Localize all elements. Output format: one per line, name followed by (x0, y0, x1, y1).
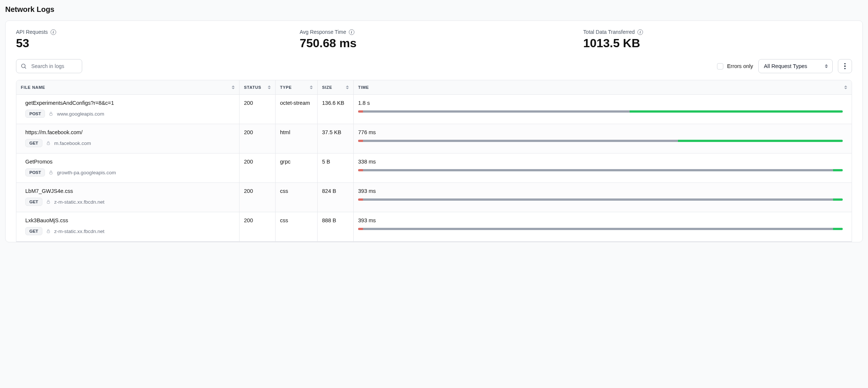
timing-bar (358, 110, 843, 113)
svg-rect-3 (47, 143, 49, 145)
metric-data-transferred: Total Data Transferred i 1013.5 KB (583, 29, 852, 50)
svg-rect-2 (50, 114, 52, 116)
request-host: z-m-static.xx.fbcdn.net (54, 229, 105, 234)
table-row[interactable]: Lxk3BauoMjS.cssGETz-m-static.xx.fbcdn.ne… (16, 212, 852, 242)
metric-label: API Requests (16, 29, 48, 35)
cell-status: 200 (239, 95, 276, 124)
request-filename: Lxk3BauoMjS.css (25, 217, 235, 223)
cell-type: css (276, 212, 318, 241)
timing-bar (358, 169, 843, 171)
request-type-filter[interactable]: All Request Types (758, 59, 833, 73)
cell-filename: https://m.facebook.com/GETm.facebook.com (16, 124, 239, 153)
lock-icon (46, 229, 51, 234)
table-row[interactable]: GetPromosPOSTgrowth-pa.googleapis.com200… (16, 153, 852, 183)
checkbox-icon[interactable] (717, 63, 723, 69)
col-label: FILE NAME (21, 85, 45, 90)
col-label: STATUS (244, 85, 261, 90)
col-time[interactable]: TIME (354, 80, 852, 94)
svg-rect-6 (47, 231, 49, 233)
method-badge: GET (25, 139, 42, 147)
cell-size: 888 B (318, 212, 354, 241)
cell-type: css (276, 183, 318, 212)
metric-value: 1013.5 KB (583, 36, 852, 50)
col-filename[interactable]: FILE NAME (16, 80, 239, 94)
request-host: growth-pa.googleapis.com (57, 170, 116, 175)
cell-filename: getExperimentsAndConfigs?r=8&c=1POSTwww.… (16, 95, 239, 124)
col-size[interactable]: SIZE (318, 80, 354, 94)
timing-bar (358, 140, 843, 142)
table-body: getExperimentsAndConfigs?r=8&c=1POSTwww.… (16, 95, 852, 242)
sort-icon (268, 85, 271, 89)
cell-type: grpc (276, 153, 318, 182)
timing-bar (358, 198, 843, 201)
time-value: 393 ms (358, 217, 843, 223)
cell-time: 1.8 s (354, 95, 852, 124)
svg-rect-4 (50, 172, 52, 174)
svg-point-0 (22, 64, 25, 68)
cell-filename: LbM7_GWJS4e.cssGETz-m-static.xx.fbcdn.ne… (16, 183, 239, 212)
cell-filename: Lxk3BauoMjS.cssGETz-m-static.xx.fbcdn.ne… (16, 212, 239, 241)
metric-api-requests: API Requests i 53 (16, 29, 285, 50)
method-badge: GET (25, 227, 42, 235)
kebab-icon (844, 63, 846, 69)
cell-type: html (276, 124, 318, 153)
logs-table: FILE NAME STATUS TYPE SIZE TIME getExper… (16, 80, 852, 242)
table-row[interactable]: getExperimentsAndConfigs?r=8&c=1POSTwww.… (16, 95, 852, 124)
col-status[interactable]: STATUS (239, 80, 276, 94)
cell-time: 338 ms (354, 153, 852, 182)
sort-icon (232, 85, 235, 89)
time-value: 393 ms (358, 188, 843, 194)
page-title: Network Logs (5, 5, 863, 14)
cell-type: octet-stream (276, 95, 318, 124)
info-icon[interactable]: i (349, 29, 354, 35)
metric-value: 53 (16, 36, 285, 50)
cell-status: 200 (239, 124, 276, 153)
cell-size: 136.6 KB (318, 95, 354, 124)
metric-avg-response: Avg Response Time i 750.68 ms (300, 29, 569, 50)
table-row[interactable]: LbM7_GWJS4e.cssGETz-m-static.xx.fbcdn.ne… (16, 183, 852, 212)
more-menu-button[interactable] (838, 59, 852, 73)
request-filename: LbM7_GWJS4e.css (25, 188, 235, 194)
request-filename: getExperimentsAndConfigs?r=8&c=1 (25, 100, 235, 106)
cell-time: 393 ms (354, 212, 852, 241)
request-filename: https://m.facebook.com/ (25, 129, 235, 135)
timing-bar (358, 228, 843, 230)
filter-label: All Request Types (764, 63, 807, 69)
cell-size: 5 B (318, 153, 354, 182)
svg-rect-5 (47, 202, 49, 204)
cell-status: 200 (239, 153, 276, 182)
metric-label: Total Data Transferred (583, 29, 635, 35)
errors-only-toggle[interactable]: Errors only (717, 63, 753, 69)
method-badge: POST (25, 168, 45, 177)
sort-icon (310, 85, 313, 89)
col-label: TIME (358, 85, 369, 90)
info-icon[interactable]: i (51, 29, 56, 35)
method-badge: GET (25, 198, 42, 206)
metric-label: Avg Response Time (300, 29, 346, 35)
col-label: SIZE (322, 85, 332, 90)
col-label: TYPE (280, 85, 292, 90)
request-filename: GetPromos (25, 159, 235, 165)
col-type[interactable]: TYPE (276, 80, 318, 94)
time-value: 338 ms (358, 159, 843, 165)
sort-icon (346, 85, 349, 89)
lock-icon (49, 111, 53, 116)
time-value: 776 ms (358, 129, 843, 135)
table-row[interactable]: https://m.facebook.com/GETm.facebook.com… (16, 124, 852, 153)
cell-size: 824 B (318, 183, 354, 212)
toolbar: Errors only All Request Types (6, 55, 862, 80)
search-icon (20, 63, 27, 69)
info-icon[interactable]: i (637, 29, 643, 35)
method-badge: POST (25, 110, 45, 118)
cell-filename: GetPromosPOSTgrowth-pa.googleapis.com (16, 153, 239, 182)
lock-icon (46, 140, 51, 146)
network-logs-card: API Requests i 53 Avg Response Time i 75… (5, 20, 863, 242)
metric-value: 750.68 ms (300, 36, 569, 50)
request-host: z-m-static.xx.fbcdn.net (54, 199, 105, 205)
lock-icon (49, 170, 53, 175)
cell-status: 200 (239, 212, 276, 241)
time-value: 1.8 s (358, 100, 843, 106)
search-wrap (16, 59, 82, 73)
request-host: www.googleapis.com (57, 111, 104, 117)
lock-icon (46, 199, 51, 204)
